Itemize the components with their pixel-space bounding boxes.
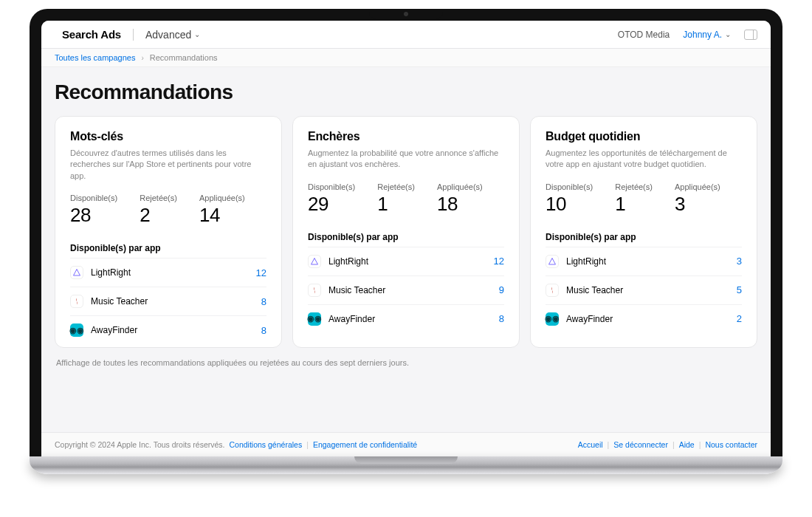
app-count: 12 bbox=[256, 267, 266, 278]
card-daily-budget: Budget quotidien Augmentez les opportuni… bbox=[530, 116, 757, 348]
mode-label: Advanced bbox=[145, 29, 191, 41]
stat-available: Disponible(s) 10 bbox=[546, 182, 593, 216]
app-row[interactable]: Music Teacher 9 bbox=[308, 275, 504, 304]
org-name: OTOD Media bbox=[618, 30, 670, 40]
laptop-base bbox=[30, 456, 782, 474]
stat-label: Rejetée(s) bbox=[377, 182, 415, 191]
app-count: 12 bbox=[494, 256, 504, 267]
footer-terms-link[interactable]: Conditions générales bbox=[230, 440, 303, 449]
app-name: LightRight bbox=[91, 267, 131, 278]
page-note: Affichage de toutes les recommandations … bbox=[56, 358, 756, 367]
per-app-heading: Disponible(s) par app bbox=[308, 232, 504, 242]
breadcrumb-current: Recommandations bbox=[150, 53, 218, 62]
chevron-down-icon: ⌄ bbox=[725, 30, 731, 38]
lightright-app-icon bbox=[308, 255, 321, 268]
stat-label: Appliquée(s) bbox=[675, 182, 720, 191]
app-row[interactable]: Music Teacher 5 bbox=[546, 275, 742, 304]
stat-label: Rejetée(s) bbox=[140, 194, 177, 202]
music-teacher-app-icon bbox=[308, 284, 321, 297]
app-count: 2 bbox=[737, 313, 742, 324]
laptop-mockup: Search Ads Advanced ⌄ OTOD Media Johnny … bbox=[30, 9, 782, 474]
stat-label: Disponible(s) bbox=[308, 182, 355, 191]
user-menu[interactable]: Johnny A. ⌄ bbox=[683, 30, 731, 40]
stat-label: Appliquée(s) bbox=[437, 182, 483, 191]
app-screen: Search Ads Advanced ⌄ OTOD Media Johnny … bbox=[41, 21, 771, 456]
stat-label: Disponible(s) bbox=[546, 182, 593, 191]
breadcrumb-root[interactable]: Toutes les campagnes bbox=[55, 53, 135, 62]
app-row[interactable]: ◉◉ AwayFinder 2 bbox=[546, 304, 742, 333]
stat-value: 1 bbox=[377, 193, 415, 216]
app-row[interactable]: LightRight 12 bbox=[70, 258, 266, 287]
stat-rejected: Rejetée(s) 1 bbox=[377, 182, 415, 216]
stat-value: 10 bbox=[546, 193, 593, 216]
stat-applied: Appliquée(s) 3 bbox=[675, 182, 720, 216]
stat-applied: Appliquée(s) 18 bbox=[437, 182, 483, 216]
panel-toggle-icon[interactable] bbox=[744, 30, 757, 40]
app-count: 3 bbox=[737, 256, 742, 267]
brand-divider bbox=[133, 29, 134, 41]
app-name: Music Teacher bbox=[328, 285, 385, 295]
stat-rejected: Rejetée(s) 2 bbox=[140, 194, 177, 227]
stat-value: 3 bbox=[675, 193, 720, 216]
awayfinder-app-icon: ◉◉ bbox=[546, 312, 559, 326]
card-stats: Disponible(s) 10 Rejetée(s) 1 Appliquée(… bbox=[546, 182, 742, 216]
music-teacher-app-icon bbox=[70, 295, 83, 308]
app-row[interactable]: LightRight 3 bbox=[546, 247, 742, 275]
app-row[interactable]: ◉◉ AwayFinder 8 bbox=[308, 304, 504, 333]
stat-available: Disponible(s) 28 bbox=[70, 194, 117, 227]
app-name: Music Teacher bbox=[91, 296, 148, 307]
app-name: AwayFinder bbox=[328, 314, 375, 324]
card-title: Enchères bbox=[308, 130, 504, 143]
card-description: Découvrez d'autres termes utilisés dans … bbox=[70, 148, 266, 182]
product-name: Search Ads bbox=[62, 28, 121, 41]
app-count: 9 bbox=[499, 284, 504, 295]
app-row[interactable]: ◉◉ AwayFinder 8 bbox=[70, 315, 266, 344]
stat-value: 28 bbox=[70, 204, 117, 227]
cards-row: Mots-clés Découvrez d'autres termes util… bbox=[55, 116, 757, 348]
card-description: Augmentez la probabilité que votre annon… bbox=[308, 148, 504, 171]
music-teacher-app-icon bbox=[546, 284, 559, 297]
mode-switcher[interactable]: Advanced ⌄ bbox=[145, 29, 200, 41]
footer-home-link[interactable]: Accueil bbox=[578, 440, 603, 449]
top-right-controls: OTOD Media Johnny A. ⌄ bbox=[618, 30, 757, 40]
stat-value: 18 bbox=[437, 193, 483, 216]
footer-signout-link[interactable]: Se déconnecter bbox=[613, 440, 668, 449]
app-row[interactable]: LightRight 12 bbox=[308, 247, 504, 275]
breadcrumb: Toutes les campagnes › Recommandations bbox=[41, 49, 771, 67]
card-bids: Enchères Augmentez la probabilité que vo… bbox=[292, 116, 520, 348]
stat-label: Disponible(s) bbox=[70, 194, 117, 202]
stat-value: 2 bbox=[140, 204, 177, 227]
stat-available: Disponible(s) 29 bbox=[308, 182, 355, 216]
footer-privacy-link[interactable]: Engagement de confidentialité bbox=[313, 440, 417, 449]
page-title: Recommandations bbox=[55, 81, 757, 104]
app-name: LightRight bbox=[328, 256, 368, 267]
chevron-down-icon: ⌄ bbox=[194, 30, 200, 38]
stat-value: 1 bbox=[615, 193, 653, 216]
per-app-heading: Disponible(s) par app bbox=[70, 243, 266, 253]
stat-applied: Appliquée(s) 14 bbox=[199, 194, 245, 227]
svg-marker-1 bbox=[312, 258, 318, 264]
svg-marker-0 bbox=[74, 270, 80, 276]
stat-label: Rejetée(s) bbox=[615, 182, 653, 191]
app-count: 8 bbox=[261, 296, 266, 307]
footer: Copyright © 2024 Apple Inc. Tous droits … bbox=[41, 432, 771, 456]
app-row[interactable]: Music Teacher 8 bbox=[70, 287, 266, 315]
app-name: LightRight bbox=[566, 256, 606, 267]
card-stats: Disponible(s) 28 Rejetée(s) 2 Appliquée(… bbox=[70, 194, 266, 227]
lightright-app-icon bbox=[546, 255, 559, 268]
card-title: Budget quotidien bbox=[546, 130, 742, 143]
breadcrumb-separator-icon: › bbox=[141, 54, 143, 62]
footer-contact-link[interactable]: Nous contacter bbox=[705, 440, 757, 449]
screen-bezel: Search Ads Advanced ⌄ OTOD Media Johnny … bbox=[30, 9, 782, 456]
app-name: Music Teacher bbox=[566, 285, 623, 295]
top-bar: Search Ads Advanced ⌄ OTOD Media Johnny … bbox=[41, 21, 771, 49]
per-app-heading: Disponible(s) par app bbox=[546, 232, 742, 242]
user-name: Johnny A. bbox=[683, 30, 722, 40]
app-count: 8 bbox=[261, 325, 266, 336]
card-keywords: Mots-clés Découvrez d'autres termes util… bbox=[55, 116, 282, 348]
app-name: AwayFinder bbox=[566, 314, 613, 324]
card-title: Mots-clés bbox=[70, 130, 266, 143]
footer-help-link[interactable]: Aide bbox=[679, 440, 695, 449]
lightright-app-icon bbox=[70, 266, 83, 279]
stat-label: Appliquée(s) bbox=[199, 194, 245, 202]
